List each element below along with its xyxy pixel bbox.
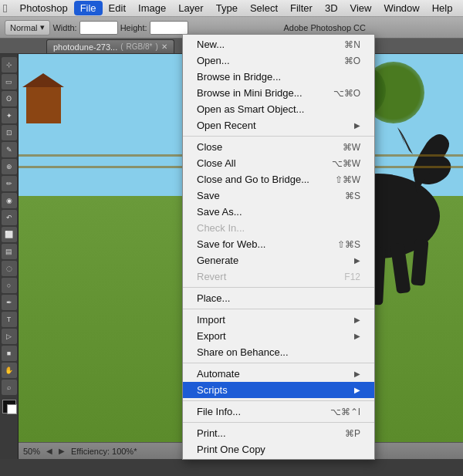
menu-revert: Revert F12 (183, 268, 374, 285)
tool-brush[interactable]: ✏ (2, 176, 17, 191)
menubar-3d[interactable]: 3D (319, 1, 344, 15)
tool-stamp[interactable]: ◉ (2, 193, 17, 208)
menu-check-in: Check In... (183, 220, 374, 236)
menubar-image[interactable]: Image (132, 1, 172, 15)
menu-save[interactable]: Save ⌘S (183, 187, 374, 204)
statusbar-left-arrow[interactable]: ◀ (46, 447, 52, 455)
menubar-view[interactable]: View (344, 1, 378, 15)
efficiency-text: Efficiency: 100%* (71, 447, 137, 456)
separator-5 (183, 400, 374, 401)
menu-open[interactable]: Open... ⌘O (183, 52, 374, 69)
menu-browse-mini-bridge[interactable]: Browse in Mini Bridge... ⌥⌘O (183, 85, 374, 101)
menubar-edit[interactable]: Edit (103, 1, 132, 15)
separator-4 (183, 363, 374, 363)
toolbar-width-label: Width: (52, 23, 76, 32)
menu-close[interactable]: Close ⌘W (183, 139, 374, 155)
tool-eraser[interactable]: ⬜ (2, 227, 17, 242)
menu-close-all[interactable]: Close All ⌥⌘W (183, 155, 374, 171)
menu-save-web[interactable]: Save for Web... ⇧⌘S (183, 236, 374, 252)
tab-filename: photodune-273... (53, 42, 117, 52)
tool-shape[interactable]: ■ (2, 346, 17, 361)
tab-mode-text: RGB/8* (127, 42, 153, 51)
tool-eyedrop[interactable]: ✎ (2, 142, 17, 157)
menubar-file[interactable]: File (74, 1, 103, 15)
menubar:  Photoshop File Edit Image Layer Type S… (0, 0, 463, 17)
menu-place[interactable]: Place... (183, 290, 374, 306)
tool-dodge[interactable]: ○ (2, 278, 17, 293)
toolbar-mode-btn[interactable]: Normal ▾ (5, 20, 50, 35)
statusbar-right-arrow[interactable]: ▶ (59, 447, 65, 455)
menu-new[interactable]: New... ⌘N (183, 36, 374, 52)
menu-browse-bridge[interactable]: Browse in Bridge... (183, 69, 374, 85)
foreground-color[interactable] (2, 400, 16, 414)
tool-text[interactable]: T (2, 312, 17, 327)
menu-save-as[interactable]: Save As... (183, 204, 374, 220)
separator-6 (183, 422, 374, 423)
toolbar-left: Normal ▾ Width: Height: (5, 20, 188, 35)
tab-mode: ( (120, 42, 123, 51)
tool-blur[interactable]: ◌ (2, 261, 17, 276)
menu-automate[interactable]: Automate ▶ (183, 366, 374, 382)
document-tab[interactable]: photodune-273... ( RGB/8* ) ✕ (46, 39, 174, 53)
separator-2 (183, 287, 374, 288)
menu-generate[interactable]: Generate ▶ (183, 252, 374, 268)
bg-barn (26, 85, 61, 123)
tool-wand[interactable]: ✦ (2, 108, 17, 123)
tab-close-icon[interactable]: ✕ (161, 42, 167, 51)
tool-history[interactable]: ↶ (2, 210, 17, 225)
menu-open-recent[interactable]: Open Recent ▶ (183, 117, 374, 133)
tool-heal[interactable]: ⊕ (2, 159, 17, 174)
tool-move[interactable]: ⊹ (2, 57, 17, 73)
menu-file-info[interactable]: File Info... ⌥⌘⌃I (183, 403, 374, 420)
menubar-layer[interactable]: Layer (172, 1, 210, 15)
menu-print-one[interactable]: Print One Copy (183, 441, 374, 457)
zoom-level: 50% (23, 447, 40, 456)
menubar-select[interactable]: Select (244, 1, 284, 15)
menubar-window[interactable]: Window (377, 1, 425, 15)
menu-export[interactable]: Export ▶ (183, 328, 374, 344)
toolbar-height-input[interactable] (150, 21, 188, 35)
menubar-help[interactable]: Help (426, 1, 459, 15)
toolbar-height-label: Height: (120, 23, 147, 32)
separator-1 (183, 136, 374, 137)
tool-lasso[interactable]: ʘ (2, 91, 17, 106)
separator-3 (183, 309, 374, 309)
menu-import[interactable]: Import ▶ (183, 312, 374, 328)
tool-hand[interactable]: ✋ (2, 363, 17, 378)
tool-marquee[interactable]: ▭ (2, 74, 17, 89)
menubar-type[interactable]: Type (210, 1, 244, 15)
menu-close-bridge[interactable]: Close and Go to Bridge... ⇧⌘W (183, 171, 374, 187)
background-color[interactable] (7, 404, 17, 414)
app-title: Adobe Photoshop CC (284, 23, 366, 32)
file-menu: New... ⌘N Open... ⌘O Browse in Bridge...… (182, 34, 375, 460)
menubar-photoshop[interactable]: Photoshop (13, 1, 73, 15)
menubar-filter[interactable]: Filter (284, 1, 319, 15)
menu-print[interactable]: Print... ⌘P (183, 425, 374, 441)
tool-gradient[interactable]: ▤ (2, 244, 17, 259)
menu-scripts[interactable]: Scripts ▶ (183, 382, 374, 398)
tool-zoom[interactable]: ⌕ (2, 380, 17, 395)
tool-path[interactable]: ▷ (2, 329, 17, 344)
tool-crop[interactable]: ⊡ (2, 125, 17, 140)
apple-icon[interactable]:  (3, 2, 7, 15)
menu-open-smart[interactable]: Open as Smart Object... (183, 101, 374, 117)
menu-behance[interactable]: Share on Behance... (183, 344, 374, 360)
toolbar-width-input[interactable] (79, 21, 118, 35)
left-toolbar: ⊹ ▭ ʘ ✦ ⊡ ✎ ⊕ ✏ ◉ ↶ ⬜ ▤ ◌ ○ ✒ T ▷ ■ ✋ ⌕ (0, 54, 19, 459)
tool-pen[interactable]: ✒ (2, 295, 17, 310)
